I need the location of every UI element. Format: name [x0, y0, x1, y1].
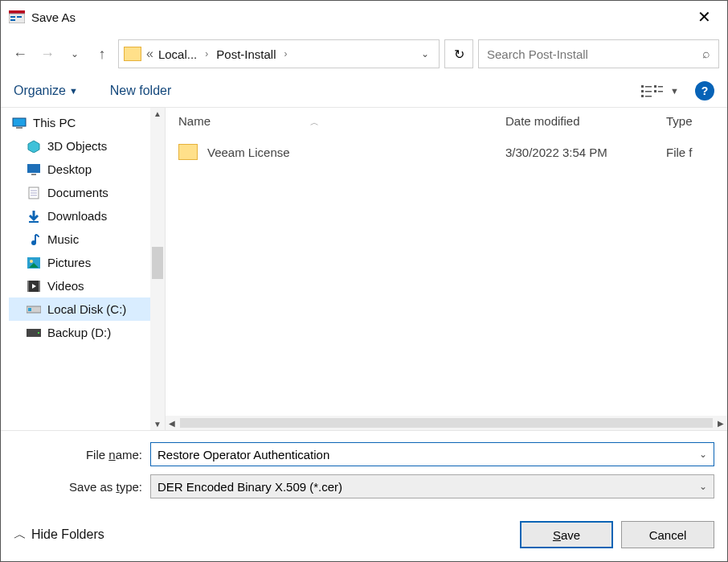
search-icon[interactable]: ⌕ — [702, 47, 710, 61]
svg-rect-16 — [16, 127, 22, 129]
toolbar: Organize ▼ New folder ▼ ? — [1, 75, 727, 107]
pictures-icon — [27, 256, 41, 269]
scroll-left-icon[interactable]: ◀ — [169, 419, 175, 428]
svg-rect-31 — [39, 281, 40, 292]
tree-downloads[interactable]: Downloads — [9, 204, 165, 228]
svg-marker-17 — [28, 141, 39, 153]
tree-desktop[interactable]: Desktop — [9, 158, 165, 181]
organize-button[interactable]: Organize ▼ — [14, 84, 78, 98]
chevron-down-icon: ▼ — [670, 86, 679, 96]
list-header[interactable]: Name ︿ Date modified Type — [166, 108, 727, 136]
svg-rect-8 — [645, 91, 652, 92]
tree-backup-d[interactable]: Backup (D:) — [9, 321, 165, 344]
chevron-down-icon: ⌄ — [699, 481, 707, 492]
list-item[interactable]: Veeam License 3/30/2022 3:54 PM File f — [178, 141, 714, 163]
svg-rect-14 — [658, 91, 663, 92]
recent-dropdown[interactable]: ⌄ — [63, 43, 86, 65]
back-button[interactable]: ← — [9, 43, 31, 65]
filename-input-wrap[interactable]: ⌄ — [150, 442, 714, 466]
chevron-right-icon[interactable]: › — [279, 48, 292, 59]
svg-rect-3 — [10, 19, 15, 21]
item-name: Veeam License — [207, 146, 505, 159]
cancel-button[interactable]: Cancel — [621, 521, 714, 548]
filename-input[interactable] — [157, 448, 699, 461]
filetype-select[interactable]: DER Encoded Binary X.509 (*.cer) ⌄ — [150, 474, 714, 498]
svg-rect-10 — [645, 96, 652, 97]
scroll-thumb[interactable] — [180, 418, 713, 428]
tree-music[interactable]: Music — [9, 228, 165, 251]
refresh-button[interactable]: ↻ — [444, 39, 473, 68]
search-box[interactable]: ⌕ — [478, 39, 719, 68]
tree-scrollbar[interactable]: ▲ ▼ — [150, 108, 165, 430]
tree-documents[interactable]: Documents — [9, 181, 165, 204]
up-button[interactable]: ↑ — [91, 43, 113, 65]
filetype-field: Save as type: DER Encoded Binary X.509 (… — [14, 474, 714, 498]
this-pc-icon — [12, 117, 27, 129]
close-icon[interactable]: ✕ — [689, 7, 719, 27]
svg-rect-1 — [9, 14, 25, 23]
tree-3d-objects[interactable]: 3D Objects — [9, 134, 165, 158]
help-button[interactable]: ? — [695, 81, 714, 101]
chevron-up-icon: ︿ — [14, 527, 27, 544]
item-type: File f — [666, 146, 714, 159]
scroll-right-icon[interactable]: ▶ — [718, 419, 724, 428]
view-options-button[interactable]: ▼ — [641, 84, 679, 98]
svg-rect-12 — [658, 86, 663, 88]
desktop-icon — [27, 163, 41, 176]
nav-row: ← → ⌄ ↑ « Local... › Post-Install › ⌄ ↻ … — [1, 33, 727, 75]
actions-row: ︿ Hide Folders Save Cancel — [1, 508, 727, 561]
breadcrumb-prefix: « — [146, 47, 153, 61]
footer: File name: ⌄ Save as type: DER Encoded B… — [1, 430, 727, 508]
search-input[interactable] — [487, 47, 702, 61]
svg-rect-15 — [13, 118, 26, 126]
svg-rect-2 — [10, 16, 15, 18]
svg-rect-13 — [654, 90, 656, 92]
breadcrumb-seg-1[interactable]: Local... — [158, 47, 197, 61]
list-h-scrollbar[interactable]: ◀ ▶ — [166, 416, 727, 430]
col-type[interactable]: Type — [666, 114, 714, 129]
svg-rect-9 — [641, 95, 644, 97]
item-date: 3/30/2022 3:54 PM — [505, 146, 666, 159]
svg-rect-4 — [17, 16, 22, 18]
svg-rect-5 — [641, 85, 644, 88]
svg-rect-7 — [641, 90, 644, 92]
breadcrumb-seg-2[interactable]: Post-Install — [216, 47, 276, 61]
tree-this-pc[interactable]: This PC — [9, 111, 165, 134]
col-date[interactable]: Date modified — [505, 114, 666, 129]
drive-icon — [27, 326, 41, 339]
organize-label: Organize — [14, 84, 66, 98]
scroll-up-icon[interactable]: ▲ — [153, 109, 162, 118]
svg-point-36 — [38, 332, 39, 334]
new-folder-button[interactable]: New folder — [110, 84, 171, 98]
breadcrumb[interactable]: « Local... › Post-Install › ⌄ — [118, 39, 440, 68]
col-name[interactable]: Name ︿ — [178, 114, 505, 129]
filename-label: File name: — [14, 448, 150, 461]
tree-pictures[interactable]: Pictures — [9, 251, 165, 274]
save-button[interactable]: Save — [520, 521, 613, 548]
breadcrumb-expand[interactable]: ⌄ — [416, 48, 434, 59]
scroll-thumb[interactable] — [152, 247, 163, 279]
svg-point-27 — [30, 260, 33, 263]
chevron-down-icon: ▼ — [69, 86, 78, 96]
scroll-down-icon[interactable]: ▼ — [153, 420, 162, 429]
music-icon — [27, 233, 41, 246]
svg-point-25 — [31, 240, 36, 245]
window-title: Save As — [31, 10, 689, 24]
hide-folders-button[interactable]: ︿ Hide Folders — [14, 527, 104, 544]
nav-tree[interactable]: This PC 3D Objects Desktop Documents — [1, 108, 166, 430]
view-icon — [641, 84, 664, 98]
app-icon — [9, 10, 25, 23]
folder-icon — [178, 144, 198, 160]
tree-local-disk-c[interactable]: Local Disk (C:) — [9, 297, 165, 321]
chevron-down-icon[interactable]: ⌄ — [699, 449, 707, 460]
svg-rect-6 — [645, 86, 652, 88]
filename-field: File name: ⌄ — [14, 442, 714, 466]
filetype-value: DER Encoded Binary X.509 (*.cer) — [157, 480, 342, 494]
chevron-right-icon[interactable]: › — [200, 48, 213, 59]
filetype-label: Save as type: — [14, 480, 150, 494]
forward-button[interactable]: → — [36, 43, 59, 65]
svg-rect-11 — [654, 85, 656, 88]
tree-videos[interactable]: Videos — [9, 274, 165, 297]
documents-icon — [27, 187, 41, 199]
videos-icon — [27, 280, 41, 293]
